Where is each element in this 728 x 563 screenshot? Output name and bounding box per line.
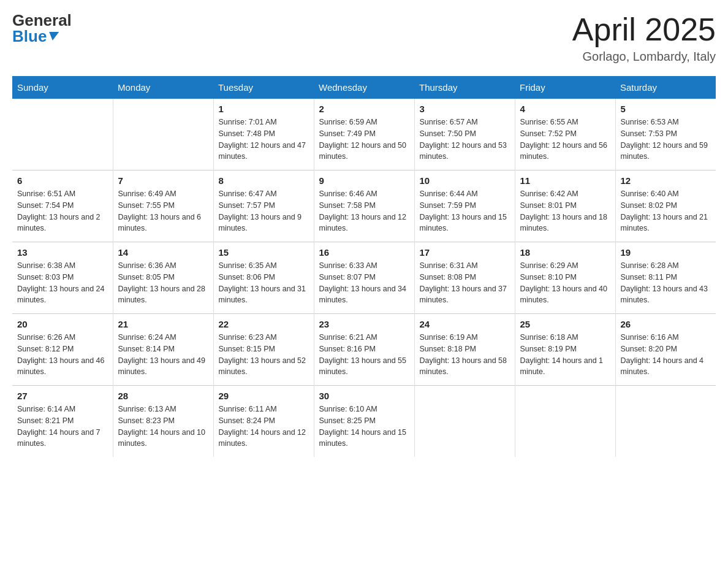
calendar-cell: 22Sunrise: 6:23 AMSunset: 8:15 PMDayligh… (213, 314, 314, 386)
day-number: 21 (118, 319, 208, 329)
day-number: 13 (17, 247, 108, 258)
day-info: Sunrise: 6:46 AMSunset: 7:58 PMDaylight:… (319, 188, 409, 234)
day-info: Sunrise: 6:16 AMSunset: 8:20 PMDaylight:… (621, 332, 711, 378)
day-number: 23 (319, 319, 409, 329)
day-info: Sunrise: 6:13 AMSunset: 8:23 PMDaylight:… (118, 404, 208, 450)
header-row: SundayMondayTuesdayWednesdayThursdayFrid… (12, 76, 716, 99)
calendar-cell: 25Sunrise: 6:18 AMSunset: 8:19 PMDayligh… (515, 314, 615, 386)
calendar-cell: 16Sunrise: 6:33 AMSunset: 8:07 PMDayligh… (314, 242, 414, 314)
day-info: Sunrise: 6:19 AMSunset: 8:18 PMDaylight:… (420, 332, 510, 378)
calendar-cell: 20Sunrise: 6:26 AMSunset: 8:12 PMDayligh… (12, 314, 113, 386)
day-number: 14 (118, 247, 208, 258)
calendar-header: SundayMondayTuesdayWednesdayThursdayFrid… (12, 76, 716, 99)
logo-arrow-icon (48, 32, 59, 40)
calendar-body: 1Sunrise: 7:01 AMSunset: 7:48 PMDaylight… (12, 99, 716, 457)
logo-blue: Blue (12, 28, 72, 44)
column-header-wednesday: Wednesday (314, 76, 414, 99)
calendar-cell: 21Sunrise: 6:24 AMSunset: 8:14 PMDayligh… (113, 314, 213, 386)
week-row-5: 27Sunrise: 6:14 AMSunset: 8:21 PMDayligh… (12, 386, 716, 458)
day-info: Sunrise: 6:59 AMSunset: 7:49 PMDaylight:… (319, 117, 409, 163)
day-number: 17 (420, 247, 510, 258)
day-info: Sunrise: 6:26 AMSunset: 8:12 PMDaylight:… (17, 332, 108, 378)
day-info: Sunrise: 6:23 AMSunset: 8:15 PMDaylight:… (219, 332, 309, 378)
day-info: Sunrise: 6:55 AMSunset: 7:52 PMDaylight:… (520, 117, 610, 163)
day-number: 9 (319, 175, 409, 186)
day-number: 24 (420, 319, 510, 329)
calendar-cell: 28Sunrise: 6:13 AMSunset: 8:23 PMDayligh… (113, 386, 213, 458)
calendar-cell: 5Sunrise: 6:53 AMSunset: 7:53 PMDaylight… (615, 99, 716, 170)
day-info: Sunrise: 6:38 AMSunset: 8:03 PMDaylight:… (17, 260, 108, 306)
calendar-cell: 23Sunrise: 6:21 AMSunset: 8:16 PMDayligh… (314, 314, 414, 386)
column-header-friday: Friday (515, 76, 615, 99)
day-number: 20 (17, 319, 108, 329)
calendar-cell: 24Sunrise: 6:19 AMSunset: 8:18 PMDayligh… (414, 314, 515, 386)
day-number: 18 (520, 247, 610, 258)
day-info: Sunrise: 6:24 AMSunset: 8:14 PMDaylight:… (118, 332, 208, 378)
day-info: Sunrise: 6:28 AMSunset: 8:11 PMDaylight:… (621, 260, 711, 306)
day-number: 12 (621, 175, 711, 186)
day-number: 27 (17, 391, 108, 401)
calendar-cell: 19Sunrise: 6:28 AMSunset: 8:11 PMDayligh… (615, 242, 716, 314)
day-number: 4 (520, 104, 610, 114)
calendar-cell: 18Sunrise: 6:29 AMSunset: 8:10 PMDayligh… (515, 242, 615, 314)
calendar-cell: 17Sunrise: 6:31 AMSunset: 8:08 PMDayligh… (414, 242, 515, 314)
logo: General Blue (12, 12, 72, 44)
day-number: 30 (319, 391, 409, 401)
calendar-cell: 13Sunrise: 6:38 AMSunset: 8:03 PMDayligh… (12, 242, 113, 314)
calendar-cell (12, 99, 113, 170)
calendar-cell: 27Sunrise: 6:14 AMSunset: 8:21 PMDayligh… (12, 386, 113, 458)
day-number: 16 (319, 247, 409, 258)
week-row-3: 13Sunrise: 6:38 AMSunset: 8:03 PMDayligh… (12, 242, 716, 314)
calendar-cell: 7Sunrise: 6:49 AMSunset: 7:55 PMDaylight… (113, 170, 213, 242)
calendar-cell (615, 386, 716, 458)
day-info: Sunrise: 6:33 AMSunset: 8:07 PMDaylight:… (319, 260, 409, 306)
day-info: Sunrise: 6:35 AMSunset: 8:06 PMDaylight:… (219, 260, 309, 306)
day-info: Sunrise: 6:51 AMSunset: 7:54 PMDaylight:… (17, 188, 108, 234)
day-number: 10 (420, 175, 510, 186)
day-info: Sunrise: 6:31 AMSunset: 8:08 PMDaylight:… (420, 260, 510, 306)
day-number: 28 (118, 391, 208, 401)
day-info: Sunrise: 6:11 AMSunset: 8:24 PMDaylight:… (219, 404, 309, 450)
day-number: 11 (520, 175, 610, 186)
day-info: Sunrise: 6:47 AMSunset: 7:57 PMDaylight:… (219, 188, 309, 234)
title-area: April 2025 Gorlago, Lombardy, Italy (572, 12, 716, 64)
column-header-tuesday: Tuesday (213, 76, 314, 99)
calendar-cell: 1Sunrise: 7:01 AMSunset: 7:48 PMDaylight… (213, 99, 314, 170)
day-info: Sunrise: 6:42 AMSunset: 8:01 PMDaylight:… (520, 188, 610, 234)
calendar-cell (113, 99, 213, 170)
day-number: 29 (219, 391, 309, 401)
calendar-cell: 12Sunrise: 6:40 AMSunset: 8:02 PMDayligh… (615, 170, 716, 242)
month-title: April 2025 (572, 12, 716, 47)
column-header-thursday: Thursday (414, 76, 515, 99)
day-info: Sunrise: 6:14 AMSunset: 8:21 PMDaylight:… (17, 404, 108, 450)
calendar-cell: 6Sunrise: 6:51 AMSunset: 7:54 PMDaylight… (12, 170, 113, 242)
calendar-cell: 26Sunrise: 6:16 AMSunset: 8:20 PMDayligh… (615, 314, 716, 386)
page-header: General Blue April 2025 Gorlago, Lombard… (12, 12, 716, 64)
calendar-cell: 11Sunrise: 6:42 AMSunset: 8:01 PMDayligh… (515, 170, 615, 242)
day-info: Sunrise: 6:44 AMSunset: 7:59 PMDaylight:… (420, 188, 510, 234)
calendar-table: SundayMondayTuesdayWednesdayThursdayFrid… (12, 76, 716, 457)
calendar-cell (414, 386, 515, 458)
location: Gorlago, Lombardy, Italy (572, 50, 716, 64)
day-info: Sunrise: 6:29 AMSunset: 8:10 PMDaylight:… (520, 260, 610, 306)
day-number: 6 (17, 175, 108, 186)
column-header-saturday: Saturday (615, 76, 716, 99)
calendar-cell (515, 386, 615, 458)
column-header-sunday: Sunday (12, 76, 113, 99)
day-number: 7 (118, 175, 208, 186)
day-number: 5 (621, 104, 711, 114)
calendar-cell: 4Sunrise: 6:55 AMSunset: 7:52 PMDaylight… (515, 99, 615, 170)
day-info: Sunrise: 6:53 AMSunset: 7:53 PMDaylight:… (621, 117, 711, 163)
day-info: Sunrise: 6:21 AMSunset: 8:16 PMDaylight:… (319, 332, 409, 378)
week-row-2: 6Sunrise: 6:51 AMSunset: 7:54 PMDaylight… (12, 170, 716, 242)
day-info: Sunrise: 6:49 AMSunset: 7:55 PMDaylight:… (118, 188, 208, 234)
day-info: Sunrise: 6:10 AMSunset: 8:25 PMDaylight:… (319, 404, 409, 450)
calendar-cell: 3Sunrise: 6:57 AMSunset: 7:50 PMDaylight… (414, 99, 515, 170)
day-number: 26 (621, 319, 711, 329)
day-number: 25 (520, 319, 610, 329)
day-number: 8 (219, 175, 309, 186)
day-number: 3 (420, 104, 510, 114)
week-row-4: 20Sunrise: 6:26 AMSunset: 8:12 PMDayligh… (12, 314, 716, 386)
day-number: 19 (621, 247, 711, 258)
calendar-cell: 15Sunrise: 6:35 AMSunset: 8:06 PMDayligh… (213, 242, 314, 314)
